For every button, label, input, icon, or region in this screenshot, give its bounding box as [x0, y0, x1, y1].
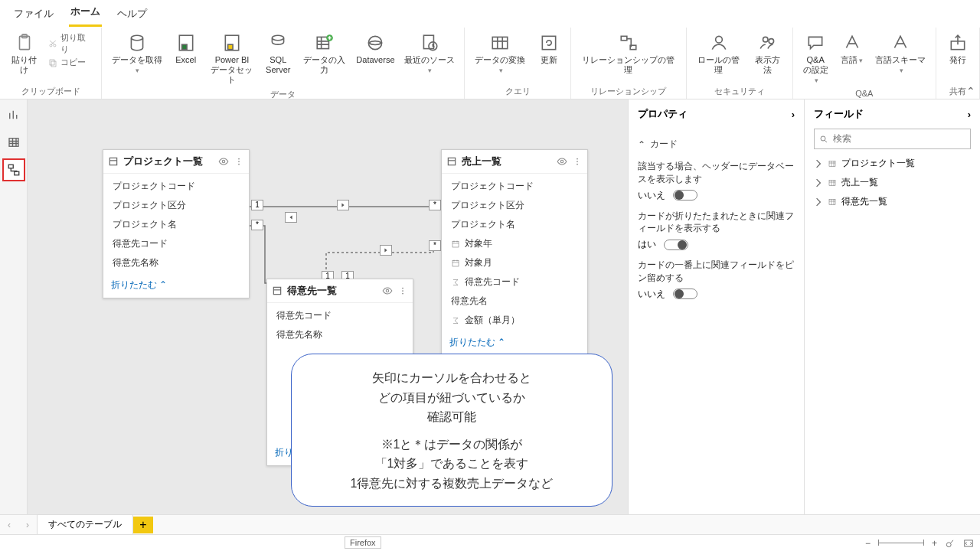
field-item[interactable]: プロジェクトコード	[446, 178, 583, 194]
field-item[interactable]: 対象年	[446, 236, 583, 252]
tab-prev-button[interactable]: ‹	[0, 520, 18, 530]
rel-direction-arrow[interactable]	[285, 212, 297, 223]
language-button[interactable]: 言語▾	[835, 31, 869, 67]
pane-collapse-button[interactable]: ›	[968, 109, 971, 120]
section-card[interactable]: ⌃カード	[638, 133, 795, 155]
get-data-button[interactable]: データを取得▾	[106, 31, 167, 77]
tab-next-button[interactable]: ›	[18, 520, 37, 530]
cut-button[interactable]: 切り取り	[48, 32, 93, 55]
field-item[interactable]: 得意先名称	[272, 327, 408, 343]
pbi-dataset-button[interactable]: Power BI データセット	[204, 31, 260, 87]
toggle-show-related[interactable]: はい	[638, 238, 795, 251]
tree-item-sales[interactable]: 売上一覧	[814, 173, 971, 192]
field-item[interactable]: プロジェクト区分	[446, 197, 583, 214]
table-sales[interactable]: 売上一覧 プロジェクトコード プロジェクト区分 プロジェクト名 対象年 対象月 …	[441, 149, 588, 356]
qa-icon	[805, 32, 826, 54]
svg-rect-4	[50, 60, 54, 65]
visibility-icon[interactable]	[218, 156, 229, 167]
svg-rect-27	[14, 171, 18, 175]
model-canvas[interactable]: 1 * * 1 1 * プロジェクト一覧 プロジェクトコード プロジェクト区分 …	[28, 99, 628, 514]
tab-help[interactable]: ヘルプ	[116, 4, 149, 27]
add-layout-button[interactable]: +	[133, 517, 153, 533]
annotation-callout: 矢印にカーソルを合わせると どの項目が紐づいているか 確認可能 ※1と＊はデータ…	[291, 354, 612, 507]
visibility-icon[interactable]	[382, 285, 393, 296]
field-item[interactable]: 得意先コード	[446, 274, 583, 290]
copy-button[interactable]: コピー	[48, 57, 93, 68]
collapse-link[interactable]: 折りたたむ ⌃	[111, 279, 167, 290]
field-item[interactable]: 得意先コード	[272, 308, 408, 324]
field-item[interactable]: 得意先名	[446, 293, 583, 309]
publish-button[interactable]: 発行	[941, 31, 975, 67]
field-item[interactable]: プロジェクト区分	[108, 197, 244, 214]
field-item[interactable]: 得意先コード	[108, 236, 244, 252]
svg-rect-33	[448, 158, 455, 165]
more-icon[interactable]	[234, 156, 244, 167]
refresh-button[interactable]: 更新	[532, 31, 566, 67]
zoom-slider[interactable]	[878, 543, 924, 543]
svg-point-45	[821, 136, 825, 141]
rel-direction-arrow[interactable]	[337, 200, 349, 210]
status-bar: Firefox − +	[0, 534, 980, 551]
tree-item-project[interactable]: プロジェクト一覧	[814, 154, 971, 173]
field-item[interactable]: プロジェクト名	[108, 217, 244, 233]
field-item[interactable]: 対象月	[446, 255, 583, 271]
svg-rect-10	[228, 44, 234, 49]
view-as-button[interactable]: 表示方法	[748, 31, 787, 77]
ribbon-collapse-button[interactable]: ⌃	[966, 85, 975, 97]
refresh-icon	[538, 32, 560, 54]
toggle-show-db[interactable]: いいえ	[638, 189, 795, 202]
manage-relationships-button[interactable]: リレーションシップの管理	[576, 31, 681, 77]
svg-rect-48	[829, 199, 835, 204]
dataverse-button[interactable]: Dataverse	[354, 31, 397, 67]
svg-point-2	[50, 44, 52, 47]
qa-settings-button[interactable]: Q&A の設定▾	[798, 31, 834, 87]
field-item[interactable]: 得意先名称	[108, 255, 244, 271]
collapse-link[interactable]: 折りたたむ ⌃	[449, 337, 505, 347]
prop-label: カードの一番上に関連フィールドをピン留めする	[638, 259, 795, 285]
model-view-button[interactable]	[3, 159, 24, 181]
zoom-out-button[interactable]: −	[865, 538, 871, 549]
calendar-icon	[451, 240, 460, 249]
table-icon	[272, 285, 283, 296]
toggle-pin-related[interactable]: いいえ	[638, 288, 795, 301]
recent-sources-button[interactable]: 最近のソース▾	[399, 31, 459, 77]
sigma-icon	[451, 316, 460, 325]
sql-button[interactable]: SQL Server	[261, 31, 295, 77]
query-group-label: クエリ	[505, 84, 531, 97]
enter-data-button[interactable]: データの入力	[296, 31, 352, 77]
field-item[interactable]: プロジェクト名	[446, 217, 583, 233]
table-icon	[828, 159, 837, 168]
field-item[interactable]: 金額（単月）	[446, 312, 583, 328]
svg-point-6	[131, 35, 142, 41]
fields-search[interactable]: 検索	[814, 129, 971, 149]
qa-group-label: Q&A	[855, 87, 873, 98]
manage-roles-button[interactable]: ロールの管理	[691, 31, 747, 77]
lang-schema-button[interactable]: 言語スキーマ▾	[871, 31, 931, 77]
visibility-icon[interactable]	[557, 156, 567, 167]
report-view-button[interactable]	[3, 104, 24, 126]
zoom-in-button[interactable]: +	[932, 538, 937, 549]
pane-collapse-button[interactable]: ›	[792, 109, 795, 120]
rel-direction-arrow[interactable]	[380, 245, 392, 256]
tab-home[interactable]: ホーム	[69, 2, 102, 27]
svg-rect-8	[181, 44, 187, 49]
clipboard-icon	[14, 32, 35, 54]
table-project[interactable]: プロジェクト一覧 プロジェクトコード プロジェクト区分 プロジェクト名 得意先コ…	[103, 149, 250, 298]
paste-button[interactable]: 貼り付け	[5, 31, 44, 77]
data-view-button[interactable]	[3, 132, 24, 153]
svg-point-23	[769, 39, 774, 44]
fit-page-icon[interactable]	[945, 538, 956, 549]
publish-icon	[947, 32, 969, 54]
tree-item-customer[interactable]: 得意先一覧	[814, 192, 971, 211]
layout-tab-all[interactable]: すべてのテーブル	[37, 514, 133, 535]
more-icon[interactable]	[397, 285, 408, 296]
tab-file[interactable]: ファイル	[12, 4, 55, 27]
svg-rect-38	[452, 241, 459, 247]
svg-rect-5	[51, 61, 56, 67]
fit-screen-icon[interactable]	[963, 538, 974, 549]
excel-button[interactable]: Excel	[169, 31, 203, 67]
more-icon[interactable]	[572, 156, 583, 167]
prop-label: カードが折りたたまれたときに関連フィールドを表示する	[638, 210, 795, 236]
transform-data-button[interactable]: データの変換▾	[469, 31, 530, 77]
field-item[interactable]: プロジェクトコード	[108, 178, 244, 194]
